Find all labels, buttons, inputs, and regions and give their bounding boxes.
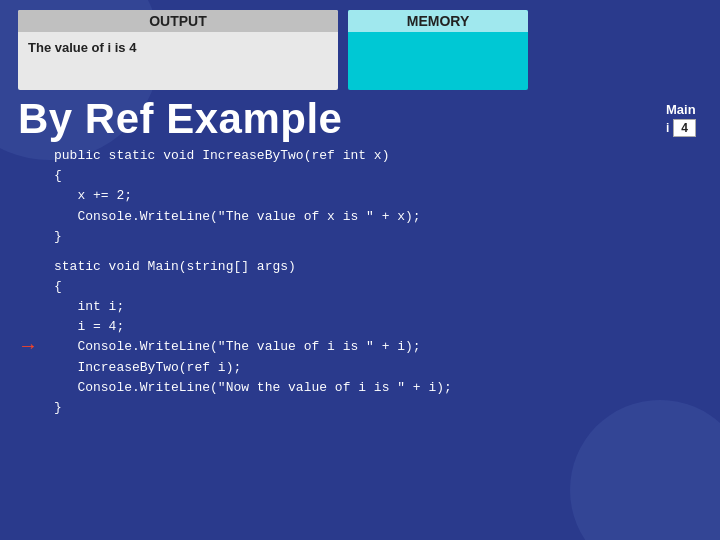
slide-title: By Ref Example xyxy=(18,96,342,142)
memory-panel-header: MEMORY xyxy=(348,10,528,32)
title-row: By Ref Example Main i 4 xyxy=(18,96,702,142)
memory-panel-body xyxy=(348,32,528,90)
memory-table-area: Main i 4 xyxy=(660,98,702,141)
code-line: static void Main(string[] args) xyxy=(54,257,702,277)
output-panel: OUTPUT The value of i is 4 xyxy=(18,10,338,90)
output-panel-header: OUTPUT xyxy=(18,10,338,32)
code-line: public static void IncreaseByTwo(ref int… xyxy=(54,146,702,166)
code-line: { xyxy=(54,277,702,297)
memory-panel: MEMORY xyxy=(348,10,528,90)
code-block-1: public static void IncreaseByTwo(ref int… xyxy=(54,146,702,247)
code-line: } xyxy=(54,227,702,247)
top-row: OUTPUT The value of i is 4 MEMORY xyxy=(18,10,702,90)
code-line: int i; xyxy=(54,297,702,317)
code-line: i = 4; xyxy=(54,317,702,337)
memory-table: i 4 xyxy=(666,119,696,137)
code-line: x += 2; xyxy=(54,186,702,206)
code-block-2: static void Main(string[] args) { int i;… xyxy=(54,257,702,418)
code-line: Console.WriteLine("Now the value of i is… xyxy=(54,378,702,398)
arrow-line: Console.WriteLine("The value of i is " +… xyxy=(54,337,702,357)
code-line: { xyxy=(54,166,702,186)
memory-var-label: i xyxy=(666,121,669,135)
main-container: OUTPUT The value of i is 4 MEMORY By Ref… xyxy=(0,0,720,540)
memory-scope-label: Main xyxy=(666,102,696,117)
code-line: } xyxy=(54,398,702,418)
code-line: Console.WriteLine("The value of x is " +… xyxy=(54,207,702,227)
memory-var-value: 4 xyxy=(673,119,696,137)
code-line: IncreaseByTwo(ref i); xyxy=(54,358,702,378)
output-panel-body: The value of i is 4 xyxy=(18,32,338,90)
code-area: public static void IncreaseByTwo(ref int… xyxy=(18,146,702,428)
arrow-indicator: → xyxy=(22,337,34,357)
